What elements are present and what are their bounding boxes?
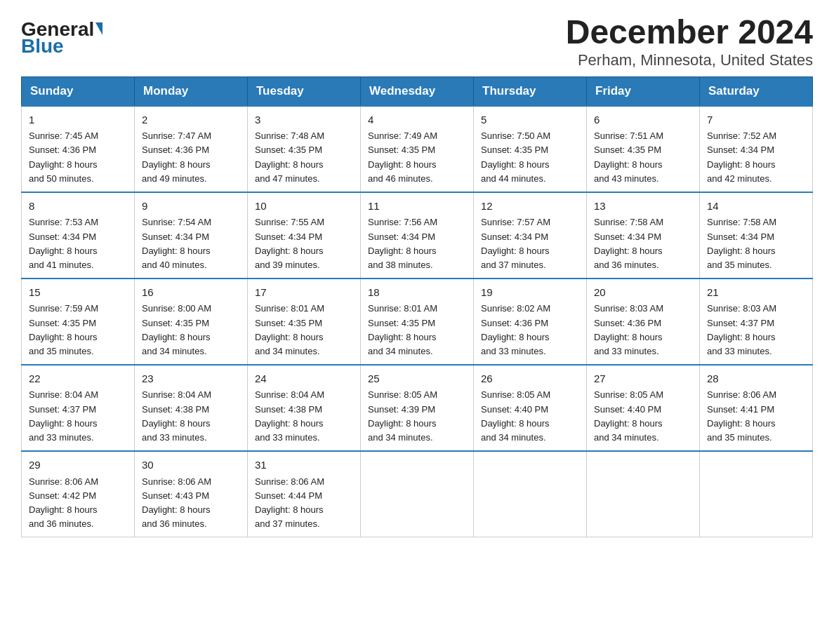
day-info: Sunrise: 8:01 AM Sunset: 4:35 PM Dayligh… — [368, 302, 466, 358]
day-info: Sunrise: 7:56 AM Sunset: 4:34 PM Dayligh… — [368, 215, 466, 272]
day-number: 22 — [29, 371, 127, 387]
table-row: 31 Sunrise: 8:06 AM Sunset: 4:44 PM Dayl… — [248, 451, 361, 537]
day-number: 26 — [481, 371, 579, 387]
table-row — [361, 451, 474, 537]
table-row: 26 Sunrise: 8:05 AM Sunset: 4:40 PM Dayl… — [474, 365, 587, 451]
day-number: 28 — [707, 371, 805, 387]
calendar-week-row: 22 Sunrise: 8:04 AM Sunset: 4:37 PM Dayl… — [22, 365, 813, 451]
day-number: 1 — [29, 112, 127, 128]
day-info: Sunrise: 8:04 AM Sunset: 4:37 PM Dayligh… — [29, 388, 127, 445]
table-row: 21 Sunrise: 8:03 AM Sunset: 4:37 PM Dayl… — [700, 279, 813, 365]
table-row: 7 Sunrise: 7:52 AM Sunset: 4:34 PM Dayli… — [700, 106, 813, 192]
day-number: 10 — [255, 199, 353, 215]
table-row: 5 Sunrise: 7:50 AM Sunset: 4:35 PM Dayli… — [474, 106, 587, 192]
table-row: 9 Sunrise: 7:54 AM Sunset: 4:34 PM Dayli… — [135, 192, 248, 279]
calendar-header-row: Sunday Monday Tuesday Wednesday Thursday… — [22, 76, 813, 106]
table-row: 24 Sunrise: 8:04 AM Sunset: 4:38 PM Dayl… — [248, 365, 361, 451]
day-info: Sunrise: 8:05 AM Sunset: 4:40 PM Dayligh… — [594, 388, 692, 445]
day-info: Sunrise: 7:57 AM Sunset: 4:34 PM Dayligh… — [481, 215, 579, 272]
calendar-subtitle: Perham, Minnesota, United States — [566, 51, 813, 69]
day-info: Sunrise: 7:50 AM Sunset: 4:35 PM Dayligh… — [481, 129, 579, 186]
table-row: 25 Sunrise: 8:05 AM Sunset: 4:39 PM Dayl… — [361, 365, 474, 451]
logo: General Blue — [21, 20, 102, 56]
table-row: 27 Sunrise: 8:05 AM Sunset: 4:40 PM Dayl… — [587, 365, 700, 451]
day-info: Sunrise: 8:00 AM Sunset: 4:35 PM Dayligh… — [142, 302, 240, 358]
day-info: Sunrise: 7:58 AM Sunset: 4:34 PM Dayligh… — [707, 215, 805, 272]
table-row: 13 Sunrise: 7:58 AM Sunset: 4:34 PM Dayl… — [587, 192, 700, 279]
day-number: 2 — [142, 112, 240, 128]
table-row: 18 Sunrise: 8:01 AM Sunset: 4:35 PM Dayl… — [361, 279, 474, 365]
day-info: Sunrise: 7:59 AM Sunset: 4:35 PM Dayligh… — [29, 302, 127, 358]
calendar-table: Sunday Monday Tuesday Wednesday Thursday… — [21, 76, 813, 537]
col-friday: Friday — [587, 76, 700, 106]
calendar-week-row: 29 Sunrise: 8:06 AM Sunset: 4:42 PM Dayl… — [22, 451, 813, 537]
table-row: 11 Sunrise: 7:56 AM Sunset: 4:34 PM Dayl… — [361, 192, 474, 279]
day-number: 18 — [368, 285, 466, 301]
day-info: Sunrise: 8:02 AM Sunset: 4:36 PM Dayligh… — [481, 302, 579, 358]
day-info: Sunrise: 8:03 AM Sunset: 4:36 PM Dayligh… — [594, 302, 692, 358]
day-info: Sunrise: 8:05 AM Sunset: 4:40 PM Dayligh… — [481, 388, 579, 445]
logo-blue-text: Blue — [21, 36, 64, 56]
table-row: 3 Sunrise: 7:48 AM Sunset: 4:35 PM Dayli… — [248, 106, 361, 192]
day-info: Sunrise: 8:06 AM Sunset: 4:42 PM Dayligh… — [29, 475, 127, 532]
day-info: Sunrise: 8:04 AM Sunset: 4:38 PM Dayligh… — [255, 388, 353, 445]
calendar-title: December 2024 — [566, 14, 813, 51]
day-number: 17 — [255, 285, 353, 301]
table-row: 1 Sunrise: 7:45 AM Sunset: 4:36 PM Dayli… — [22, 106, 135, 192]
table-row: 14 Sunrise: 7:58 AM Sunset: 4:34 PM Dayl… — [700, 192, 813, 279]
day-number: 5 — [481, 112, 579, 128]
calendar-week-row: 15 Sunrise: 7:59 AM Sunset: 4:35 PM Dayl… — [22, 279, 813, 365]
page-header: General Blue December 2024 Perham, Minne… — [21, 14, 813, 69]
table-row: 16 Sunrise: 8:00 AM Sunset: 4:35 PM Dayl… — [135, 279, 248, 365]
day-number: 29 — [29, 457, 127, 474]
col-wednesday: Wednesday — [361, 76, 474, 106]
day-number: 19 — [481, 285, 579, 301]
table-row — [474, 451, 587, 537]
day-info: Sunrise: 8:06 AM Sunset: 4:44 PM Dayligh… — [255, 475, 353, 532]
day-number: 15 — [29, 285, 127, 301]
day-info: Sunrise: 7:51 AM Sunset: 4:35 PM Dayligh… — [594, 129, 692, 186]
table-row: 6 Sunrise: 7:51 AM Sunset: 4:35 PM Dayli… — [587, 106, 700, 192]
day-number: 14 — [707, 199, 805, 215]
day-number: 7 — [707, 112, 805, 128]
calendar-week-row: 1 Sunrise: 7:45 AM Sunset: 4:36 PM Dayli… — [22, 106, 813, 192]
day-info: Sunrise: 7:49 AM Sunset: 4:35 PM Dayligh… — [368, 129, 466, 186]
day-info: Sunrise: 8:03 AM Sunset: 4:37 PM Dayligh… — [707, 302, 805, 358]
table-row: 23 Sunrise: 8:04 AM Sunset: 4:38 PM Dayl… — [135, 365, 248, 451]
table-row: 19 Sunrise: 8:02 AM Sunset: 4:36 PM Dayl… — [474, 279, 587, 365]
day-info: Sunrise: 8:06 AM Sunset: 4:41 PM Dayligh… — [707, 388, 805, 445]
table-row — [587, 451, 700, 537]
title-block: December 2024 Perham, Minnesota, United … — [566, 14, 813, 69]
col-sunday: Sunday — [22, 76, 135, 106]
table-row: 22 Sunrise: 8:04 AM Sunset: 4:37 PM Dayl… — [22, 365, 135, 451]
table-row: 4 Sunrise: 7:49 AM Sunset: 4:35 PM Dayli… — [361, 106, 474, 192]
day-number: 23 — [142, 371, 240, 387]
table-row: 15 Sunrise: 7:59 AM Sunset: 4:35 PM Dayl… — [22, 279, 135, 365]
table-row: 29 Sunrise: 8:06 AM Sunset: 4:42 PM Dayl… — [22, 451, 135, 537]
day-info: Sunrise: 7:58 AM Sunset: 4:34 PM Dayligh… — [594, 215, 692, 272]
day-info: Sunrise: 7:55 AM Sunset: 4:34 PM Dayligh… — [255, 215, 353, 272]
day-number: 24 — [255, 371, 353, 387]
day-info: Sunrise: 7:48 AM Sunset: 4:35 PM Dayligh… — [255, 129, 353, 186]
col-monday: Monday — [135, 76, 248, 106]
day-number: 6 — [594, 112, 692, 128]
day-number: 27 — [594, 371, 692, 387]
day-info: Sunrise: 7:53 AM Sunset: 4:34 PM Dayligh… — [29, 215, 127, 272]
logo-arrow-icon — [95, 22, 102, 35]
day-info: Sunrise: 8:04 AM Sunset: 4:38 PM Dayligh… — [142, 388, 240, 445]
day-number: 3 — [255, 112, 353, 128]
day-info: Sunrise: 8:05 AM Sunset: 4:39 PM Dayligh… — [368, 388, 466, 445]
day-number: 12 — [481, 199, 579, 215]
table-row: 2 Sunrise: 7:47 AM Sunset: 4:36 PM Dayli… — [135, 106, 248, 192]
day-info: Sunrise: 7:47 AM Sunset: 4:36 PM Dayligh… — [142, 129, 240, 186]
table-row: 12 Sunrise: 7:57 AM Sunset: 4:34 PM Dayl… — [474, 192, 587, 279]
day-number: 4 — [368, 112, 466, 128]
day-number: 30 — [142, 457, 240, 474]
calendar-week-row: 8 Sunrise: 7:53 AM Sunset: 4:34 PM Dayli… — [22, 192, 813, 279]
col-saturday: Saturday — [700, 76, 813, 106]
table-row: 20 Sunrise: 8:03 AM Sunset: 4:36 PM Dayl… — [587, 279, 700, 365]
day-info: Sunrise: 7:52 AM Sunset: 4:34 PM Dayligh… — [707, 129, 805, 186]
table-row: 10 Sunrise: 7:55 AM Sunset: 4:34 PM Dayl… — [248, 192, 361, 279]
day-info: Sunrise: 8:01 AM Sunset: 4:35 PM Dayligh… — [255, 302, 353, 358]
day-number: 8 — [29, 199, 127, 215]
